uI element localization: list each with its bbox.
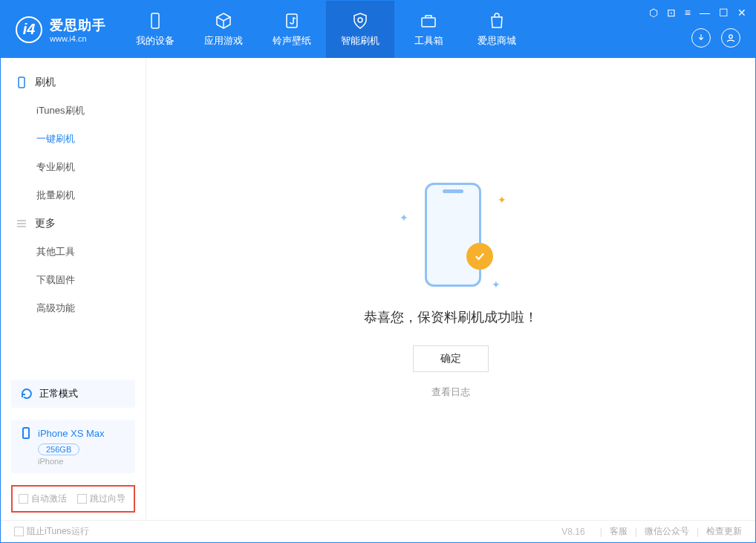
tab-smart-flash[interactable]: 智能刷机: [326, 1, 394, 58]
sparkle-icon: ✦: [400, 212, 408, 224]
svg-rect-3: [422, 18, 435, 27]
svg-rect-5: [19, 77, 25, 88]
svg-point-2: [358, 18, 362, 22]
device-info-box[interactable]: iPhone XS Max 256GB iPhone: [11, 420, 135, 473]
footer-links: | 客服 | 微信公众号 | 检查更新: [600, 525, 742, 538]
tab-label: 工具箱: [414, 34, 443, 48]
svg-rect-1: [287, 14, 297, 27]
view-log-link[interactable]: 查看日志: [431, 386, 470, 399]
tab-label: 我的设备: [136, 34, 175, 48]
shopping-bag-icon: [488, 12, 506, 30]
sidebar-item-advanced[interactable]: 高级功能: [1, 294, 146, 322]
device-subtype: iPhone: [38, 457, 63, 466]
svg-rect-6: [23, 428, 29, 438]
shield-gear-icon: [351, 12, 369, 30]
phone-illustration: [425, 183, 481, 287]
sidebar-section-flash[interactable]: 刷机: [1, 68, 146, 97]
footer-link-update[interactable]: 检查更新: [706, 525, 742, 538]
app-name: 爱思助手: [50, 16, 106, 34]
device-name: iPhone XS Max: [38, 428, 105, 439]
device-mode-box[interactable]: 正常模式: [11, 380, 135, 408]
success-illustration: ✦ ✦ ✦: [395, 179, 506, 290]
phone-icon: [146, 12, 164, 30]
sidebar-item-download-firmware[interactable]: 下载固件: [1, 266, 146, 294]
minimize-button[interactable]: —: [700, 7, 710, 19]
download-button[interactable]: [691, 28, 711, 48]
success-message: 恭喜您，保资料刷机成功啦！: [364, 308, 538, 326]
close-button[interactable]: ✕: [737, 7, 746, 19]
ok-button[interactable]: 确定: [413, 345, 489, 372]
tab-ringtones-wallpapers[interactable]: 铃声壁纸: [258, 1, 326, 58]
sparkle-icon: ✦: [498, 194, 506, 206]
app-domain: www.i4.cn: [50, 34, 106, 43]
tab-label: 应用游戏: [204, 34, 243, 48]
header-actions: [691, 28, 740, 48]
storage-badge: 256GB: [38, 443, 79, 455]
shirt-icon[interactable]: ⬡: [649, 7, 658, 19]
check-badge-icon: [466, 243, 493, 270]
flash-options: 自动激活 跳过向导: [11, 485, 135, 513]
sidebar-section-more[interactable]: 更多: [1, 209, 146, 238]
status-bar: 阻止iTunes运行 V8.16 | 客服 | 微信公众号 | 检查更新: [1, 520, 755, 542]
sidebar: 刷机 iTunes刷机 一键刷机 专业刷机 批量刷机 更多 其他工具 下载固件 …: [1, 58, 146, 520]
header: i4 爱思助手 www.i4.cn 我的设备 应用游戏 铃声壁纸 智能刷机 工具…: [1, 1, 755, 58]
sparkle-icon: ✦: [492, 279, 501, 290]
list-icon: [16, 218, 27, 230]
sidebar-item-batch-flash[interactable]: 批量刷机: [1, 181, 146, 209]
window-controls: ⬡ ⊡ ≡ — ☐ ✕: [649, 7, 746, 19]
main-content: ✦ ✦ ✦ 恭喜您，保资料刷机成功啦！ 确定 查看日志: [146, 58, 755, 520]
checkbox-skip-guide[interactable]: 跳过向导: [77, 492, 126, 505]
sidebar-item-pro-flash[interactable]: 专业刷机: [1, 153, 146, 181]
tab-label: 铃声壁纸: [273, 34, 311, 48]
checkbox-block-itunes[interactable]: 阻止iTunes运行: [14, 525, 89, 538]
mode-label: 正常模式: [39, 387, 78, 400]
tab-label: 智能刷机: [341, 34, 379, 48]
music-file-icon: [283, 12, 301, 30]
refresh-icon: [20, 387, 33, 400]
section-label: 更多: [35, 217, 56, 230]
tab-store[interactable]: 爱思商城: [463, 1, 531, 58]
tab-label: 爱思商城: [478, 34, 516, 48]
sidebar-item-other-tools[interactable]: 其他工具: [1, 238, 146, 266]
footer-link-support[interactable]: 客服: [610, 525, 628, 538]
tab-toolbox[interactable]: 工具箱: [394, 1, 463, 58]
phone-icon: [20, 427, 32, 439]
logo-icon: i4: [16, 16, 42, 43]
app-logo: i4 爱思助手 www.i4.cn: [1, 1, 121, 58]
version-label: V8.16: [561, 527, 584, 537]
maximize-button[interactable]: ☐: [719, 7, 729, 19]
toolbox-icon: [420, 12, 437, 30]
footer-link-wechat[interactable]: 微信公众号: [645, 525, 689, 538]
svg-rect-0: [151, 13, 159, 28]
tab-apps-games[interactable]: 应用游戏: [189, 1, 258, 58]
sidebar-item-itunes-flash[interactable]: iTunes刷机: [1, 97, 146, 125]
user-button[interactable]: [721, 28, 740, 48]
lock-icon[interactable]: ⊡: [667, 7, 676, 19]
main-tabs: 我的设备 应用游戏 铃声壁纸 智能刷机 工具箱 爱思商城: [121, 1, 531, 58]
menu-icon[interactable]: ≡: [685, 7, 691, 19]
sidebar-item-oneclick-flash[interactable]: 一键刷机: [1, 125, 146, 153]
checkbox-auto-activate[interactable]: 自动激活: [19, 492, 67, 505]
cube-icon: [215, 12, 232, 30]
section-label: 刷机: [35, 76, 56, 89]
svg-point-4: [729, 35, 733, 39]
tab-my-device[interactable]: 我的设备: [121, 1, 189, 58]
phone-icon: [16, 77, 27, 88]
